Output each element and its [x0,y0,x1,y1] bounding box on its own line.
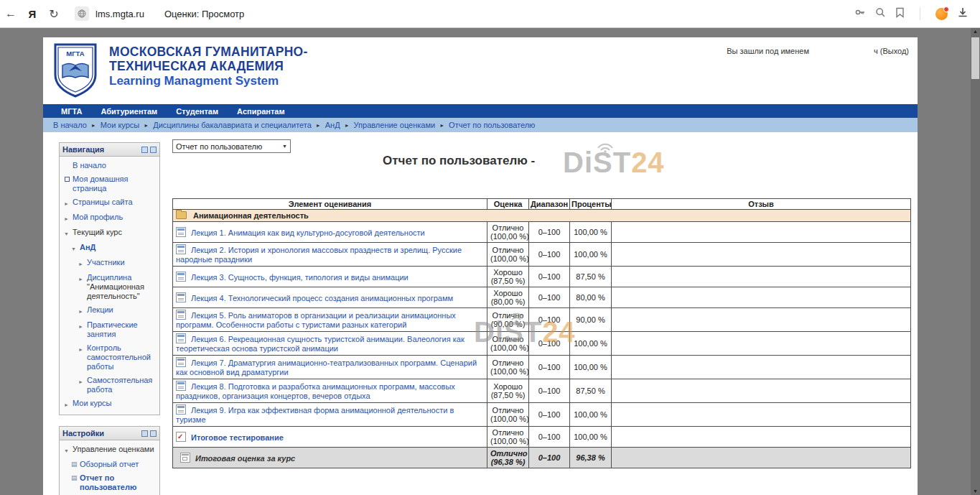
grade-percent: (80,00 %) [490,297,526,306]
grade-cell: Хорошо(80,00 %) [487,287,529,308]
nav-item[interactable]: ►Самостоятельная работа [60,374,159,397]
grade-cell: Отлично(90,00 %) [487,308,529,332]
nav-item[interactable]: ►Контроль самостоятельной работы [60,341,159,374]
tree-collapsed-icon: ► [78,320,87,331]
tree-collapsed-icon: ► [78,273,87,284]
breadcrumb-link[interactable]: Отчет по пользователю [449,121,535,129]
item-link[interactable]: Лекция 7. Драматургия анимационно-театра… [176,358,477,376]
settings-item[interactable]: ▤Отчет по пользователю [60,471,159,494]
grade-cell: Отлично(100,00 %) [487,356,529,379]
percentage-cell: 100,00 % [570,356,612,379]
item-link[interactable]: Лекция 4. Технологический процесс создан… [191,294,453,302]
tree-expanded-icon: ▼ [71,243,80,254]
collapse-block-icon[interactable] [150,430,157,437]
nav-link[interactable]: Моя домашняя страница [73,175,128,193]
nav-link[interactable]: Лекции [87,305,113,314]
nav-label: Мои курсы [73,399,157,408]
grade-label: Отлично [490,311,526,320]
nav-link[interactable]: В начало [73,161,106,170]
settings-link[interactable]: Обзорный отчет [80,460,139,468]
grade-cell: Отлично(100,00 %) [487,332,529,356]
nav-item[interactable]: ►Лекции [60,303,159,318]
navigation-items: В началоМоя домашняя страница►Страницы с… [60,157,159,415]
back-button[interactable]: ← [0,7,22,20]
nav-link[interactable]: Участники [87,258,125,267]
password-manager-icon[interactable] [854,6,866,21]
feedback-cell [612,427,911,448]
nav-item[interactable]: ►Участники [60,256,159,271]
item-link[interactable]: Итоговое тестирование [191,433,284,442]
range-cell: 0–100 [529,267,570,287]
bookmark-icon[interactable] [895,7,905,21]
nav-item[interactable]: ►Мои курсы [60,397,159,412]
nav-item[interactable]: ►Страницы сайта [60,195,159,211]
dock-block-icon[interactable] [141,430,148,437]
lesson-icon [176,272,186,282]
nav-item[interactable]: В начало [60,159,159,172]
grade-percent: (96,38 %) [490,458,526,466]
menu-item-4[interactable]: Аспирантам [237,107,284,116]
menu-item-3[interactable]: Студентам [176,107,218,116]
nav-link[interactable]: Самостоятельная работа [87,376,152,394]
breadcrumb-link[interactable]: Управление оценками [354,121,436,129]
range-cell: 0–100 [529,448,570,468]
breadcrumb-link[interactable]: АнД [325,121,340,129]
breadcrumb-separator-icon: ► [345,123,350,128]
item-link[interactable]: Лекция 2. История и хронология массовых … [176,246,462,264]
grade-percent: (87,50 %) [490,277,526,285]
breadcrumb-link[interactable]: В начало [53,121,87,129]
scrollbar[interactable]: ▲ ▼ [971,27,980,495]
nav-link[interactable]: Контроль самостоятельной работы [87,343,151,371]
yandex-button[interactable]: Я [22,8,43,20]
refresh-button[interactable]: ↻ [43,7,65,21]
navigation-block: Навигация В началоМоя домашняя страница►… [59,142,160,415]
settings-item[interactable]: ▤Обзорный отчет [60,458,159,471]
report-select[interactable]: Отчет по пользователю ▼ [172,139,291,153]
grade-percent: (100,00 %) [490,415,526,423]
nav-item[interactable]: ►Практические занятия [60,318,159,341]
search-icon[interactable] [875,7,886,21]
menu-item-2[interactable]: Абитуриентам [101,107,157,116]
nav-link[interactable]: Практические занятия [87,320,138,338]
nav-item[interactable]: ►Мой профиль [60,211,159,226]
menu-item-1[interactable]: МГТА [61,107,82,116]
grade-cell: Отлично(100,00 %) [487,403,529,427]
grade-table: Элемент оцениванияОценкаДиапазонПроценты… [172,198,911,468]
item-link[interactable]: Лекция 9. Игра как эффективная форма ани… [176,406,454,424]
scroll-up-icon[interactable]: ▲ [971,29,980,34]
nav-item[interactable]: ▼АнД [60,241,159,256]
breadcrumb-separator-icon: ► [439,123,444,128]
nav-link[interactable]: Страницы сайта [73,198,133,206]
tree-collapsed-icon: ► [78,258,87,269]
nav-link[interactable]: Дисциплина [87,273,131,282]
logout-link[interactable]: ч (Выход) [874,47,909,55]
item-link[interactable]: Лекция 5. Роль аниматоров в организации … [176,311,456,329]
nav-item[interactable]: Моя домашняя страница [60,172,159,195]
grade-table-header-row: Элемент оцениванияОценкаДиапазонПроценты… [173,199,911,210]
item-link[interactable]: Лекция 8. Подготовка и разработка анимац… [176,382,455,400]
nav-link[interactable]: Мои курсы [73,399,111,407]
nav-item[interactable]: ►Дисциплина "Анимационная деятельность" [60,271,159,303]
item-link[interactable]: Лекция 1. Анимация как вид культурно-дос… [191,228,425,237]
site-header: МГТА МОСКОВСКАЯ ГУМАНИТАРНО- ТЕХНИЧЕСКАЯ… [43,37,918,104]
nav-link[interactable]: Мой профиль [73,213,123,221]
scroll-down-icon[interactable]: ▼ [971,489,980,494]
address-bar[interactable]: lms.mgta.ru Оценки: Просмотр [75,6,244,21]
percentage-cell: 100,00 % [570,427,612,448]
range-cell: 0–100 [529,427,570,448]
nav-link: Текущий курс [73,228,122,236]
scrollbar-thumb[interactable] [971,37,979,79]
settings-link[interactable]: Отчет по пользователю [80,473,136,491]
nav-link[interactable]: АнД [80,243,95,251]
collapse-block-icon[interactable] [150,147,157,153]
breadcrumb-link[interactable]: Мои курсы [101,121,139,129]
item-link[interactable]: Лекция 6. Рекреационная сущность туристс… [176,335,465,353]
range-cell: 0–100 [529,332,570,356]
academy-title: МОСКОВСКАЯ ГУМАНИТАРНО- ТЕХНИЧЕСКАЯ АКАД… [109,45,308,88]
dock-block-icon[interactable] [141,147,148,153]
download-icon[interactable] [957,6,969,21]
settings-link: Управление оценками [73,445,154,453]
extensions-icon[interactable] [935,8,948,20]
item-link[interactable]: Лекция 3. Сущность, функция, типология и… [191,273,409,282]
breadcrumb-link[interactable]: Дисциплины бакалавриата и специалитета [153,121,312,129]
